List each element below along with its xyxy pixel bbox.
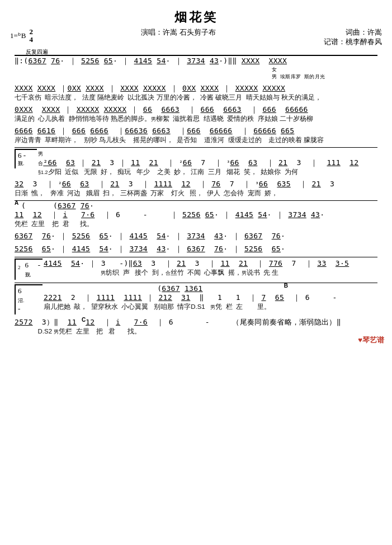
repeat-label: 反复四遍 — [15, 49, 377, 55]
logo: ♥琴艺谱 — [358, 335, 384, 345]
key-label: 1=ᵇB — [10, 31, 26, 40]
logo-heart: ♥ — [358, 336, 362, 344]
notation-row-1: ‖:(6367 76· ｜ 5256 65· ｜ 4145 54· ｜ 3734… — [15, 55, 377, 66]
notation-row-a2: 11 12 ｜ i 7·6 ｜ 6 - ｜ 5256 65· ｜ 4145 54… — [15, 210, 377, 220]
lyrics-row-b3: 扇儿把她 敲， 望穿秋水 小心翼翼 别咱那 情字D.S1 男凭 栏 左 里。 — [44, 303, 377, 311]
time-sig: 2 4 — [30, 28, 34, 44]
song-title: 烟花笑 — [10, 9, 382, 26]
bracket-sublabel: 觐. — [18, 160, 35, 167]
notation-row-4: 6666 6616 ｜ 666 6666 ｜66636 6663 ｜666 66… — [15, 126, 377, 136]
section-a2: 6367 76· ｜ 5256 65· ｜ 4145 54· ｜ 3734 43… — [15, 231, 377, 241]
lyrics-row-2: 七千哀伤 暗示法度， 法度 隔绝麦岭 以北孤决 万里的冷酱， 冷酱 破晓三月 晴… — [15, 93, 377, 102]
notation-row-b2: (6367 1361 — [44, 284, 377, 293]
bracket-note: 6 - — [18, 151, 35, 160]
lyrics-row-b1: 男纺织 声 接个 到，合丝竹 不闻 心事飘 摇，男说书 先 生 — [44, 269, 377, 277]
performers: 演唱：许嵩 石头剪子布 — [141, 28, 215, 37]
notation-row-3: 0XXX XXXX ｜ XXXXX XXXXX ｜ 66 6663 ｜ 666 … — [15, 105, 377, 115]
small-label-row: 女男 埃斯库罗 斯的月光 — [15, 66, 377, 81]
lyrics-row-a2: 凭栏 左里 把 君 找。 — [15, 220, 377, 228]
notation-row-a4: 5256 65· ｜ 4145 54· ｜ 3734 43· ｜ 6367 76… — [15, 244, 377, 254]
lyrics-row-c1: D.S2 男凭栏 左里 把 君 找。 — [15, 327, 377, 336]
notation-row-a1: ( (6367 76· — [15, 201, 377, 210]
section-6: 32 3 ｜ ²66 63 ｜ 21 3 ｜ 1111 12 ｜ 76 7 ｜ … — [15, 179, 377, 198]
section-3: 0XXX XXXX ｜ XXXXX XXXXX ｜ 66 6663 ｜ 666 … — [15, 105, 377, 123]
notation-row-b3: 2221 2 ｜ 1111 1111 ｜ 212 31 ‖ 1 1 ｜ 7 65… — [44, 293, 377, 303]
lyrics-row-3: 满足的 心儿执着 静悄悄地等待 熟悉的脚步。男柳絮 滋扰着思 结遇晓 爱情的秩 … — [15, 115, 377, 123]
lyrics-row-5a: §1.2夕阳 近似 无限 好， 痴玩 年少 之美 妙， 江南 三月 烟花 笑， … — [38, 168, 377, 176]
section-4: 6666 6616 ｜ 666 6666 ｜66636 6663 ｜666 66… — [15, 126, 377, 144]
credits: 词曲：许嵩 记谱：桃李醉春风 — [324, 28, 382, 47]
key-time: 1=ᵇB 2 4 — [10, 28, 33, 44]
section-5: 6 - 觐. 男合²66 63 ｜ 21 3 ｜ 11 21 ｜ ²66 7 ｜… — [15, 147, 377, 176]
notation-row-a3: 6367 76· ｜ 5256 65· ｜ 4145 54· ｜ 3734 43… — [15, 231, 377, 241]
notation-row-6: 32 3 ｜ ²66 63 ｜ 21 3 ｜ 1111 12 ｜ 76 7 ｜ … — [15, 179, 377, 189]
section-2: XXXX XXXX ｜0XX XXXX ｜ XXXX XXXXX ｜ 0XX X… — [15, 83, 377, 102]
page: 烟花笑 1=ᵇB 2 4 演唱：许嵩 石头剪子布 词曲：许嵩 记谱：桃李醉春风 … — [0, 0, 392, 350]
notation-row-b1: 4145 54· ｜ 3 -)‖63 3 ｜ 21 3 ｜ 11 21 ｜ 77… — [44, 259, 377, 269]
lyrics-row-6: 日渐 憔， 奔准 河边 娥眉 扫， 三杯两盏 万家 灯火 照， 伊人 怎会待 宠… — [15, 189, 377, 198]
section-b1: 2 6觐. - 4145 54· ｜ 3 -)‖63 3 ｜ 21 3 ｜ 11… — [15, 257, 377, 280]
lyrics-row-4: 岸边青青 草畔期许， 别吵 鸟儿枝头 摇晃的哪叫， 是否知 道淮河 缓缓走过的 … — [15, 136, 377, 144]
score-content: 反复四遍 ‖:(6367 76· ｜ 5256 65· ｜ 4145 54· ｜… — [10, 49, 382, 336]
notation-row-5a: 男合²66 63 ｜ 21 3 ｜ 11 21 ｜ ²66 7 ｜ ³66 63… — [38, 149, 377, 168]
section-a3: 5256 65· ｜ 4145 54· ｜ 3734 43· ｜ 6367 76… — [15, 244, 377, 254]
section-c: C 2572 3）‖ 11 12 ｜ i 7·6 ｜ 6 - （尾奏同前奏省略，… — [15, 317, 377, 336]
notation-row-c1: 2572 3）‖ 11 12 ｜ i 7·6 ｜ 6 - （尾奏同前奏省略，渐弱… — [15, 317, 377, 327]
section-b2: B 6沼. - (6367 1361 2221 2 ｜ 1111 1111 ｜ … — [15, 283, 377, 314]
notation-row-2: XXXX XXXX ｜0XX XXXX ｜ XXXX XXXXX ｜ 0XX X… — [15, 83, 377, 93]
logo-text: 琴艺谱 — [362, 336, 384, 344]
section-1: 反复四遍 ‖:(6367 76· ｜ 5256 65· ｜ 4145 54· ｜… — [15, 49, 377, 81]
section-a: A ( (6367 76· 11 12 ｜ i 7·6 ｜ 6 - ｜ 5256… — [15, 200, 377, 228]
